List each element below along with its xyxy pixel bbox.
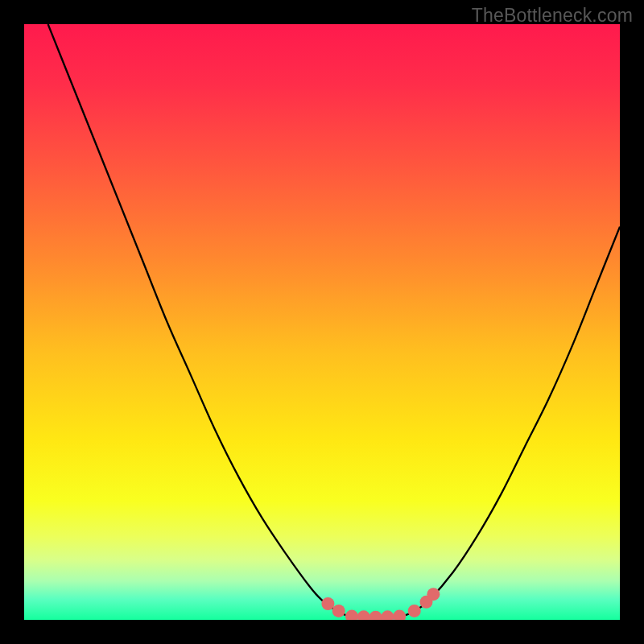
curve-marker <box>408 605 421 617</box>
curve-marker <box>332 605 345 617</box>
gradient-background <box>24 24 620 620</box>
curve-marker <box>321 597 334 610</box>
watermark-text: TheBottleneck.com <box>472 5 633 27</box>
chart-frame: TheBottleneck.com <box>0 0 644 644</box>
bottleneck-curve-chart <box>24 24 620 620</box>
curve-marker <box>427 588 440 601</box>
plot-area <box>24 24 620 620</box>
